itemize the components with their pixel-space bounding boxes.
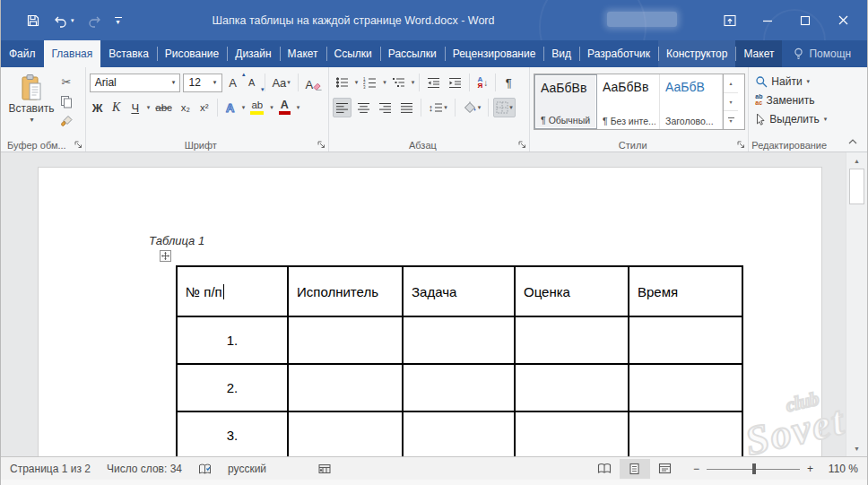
select-button[interactable]: Выделить ▾ <box>752 109 832 128</box>
zoom-in-button[interactable]: + <box>807 463 813 475</box>
web-layout-icon[interactable] <box>650 459 681 479</box>
align-right-button[interactable] <box>376 98 395 117</box>
table-header-cell[interactable]: № п/п <box>177 266 288 316</box>
change-case-button[interactable]: Aa▾ <box>270 73 293 92</box>
clear-formatting-button[interactable]: А <box>303 73 326 92</box>
tab-mailings[interactable]: Рассылки <box>380 40 445 67</box>
multilevel-dropdown-icon[interactable]: ▾ <box>412 79 415 86</box>
bold-button[interactable]: Ж <box>90 98 106 117</box>
zoom-out-button[interactable]: − <box>693 463 699 475</box>
language-indicator[interactable]: русский <box>228 463 266 475</box>
clipboard-dialog-launcher-icon[interactable] <box>74 141 82 149</box>
shrink-font-button[interactable]: А▾ <box>244 73 260 92</box>
align-left-button[interactable] <box>333 98 352 117</box>
zoom-slider-thumb[interactable] <box>752 463 756 474</box>
customize-qat-button[interactable]: ▾ <box>115 17 122 24</box>
numbering-icon[interactable]: 123 <box>360 73 379 92</box>
cut-icon[interactable]: ✂ <box>58 75 74 89</box>
font-size-dropdown-icon[interactable]: ▾ <box>209 74 221 91</box>
save-icon[interactable] <box>26 13 40 28</box>
table-header-cell[interactable]: Оценка <box>515 266 629 316</box>
multilevel-list-icon[interactable] <box>389 73 408 92</box>
table-cell[interactable] <box>515 411 629 456</box>
table-cell[interactable] <box>288 411 403 456</box>
proofing-icon[interactable] <box>198 463 212 475</box>
tab-insert[interactable]: Вставка <box>100 40 157 67</box>
font-color-button[interactable]: А <box>276 98 293 117</box>
table-cell[interactable]: 3. <box>177 411 288 456</box>
line-spacing-button[interactable]: ↕▾ <box>426 98 450 117</box>
style-heading1[interactable]: АаБбВ Заголово... <box>660 74 723 129</box>
ribbon-display-options-button[interactable] <box>711 0 749 40</box>
tab-table-design[interactable]: Конструктор <box>658 40 735 67</box>
scrollbar-down-icon[interactable]: ▼ <box>846 441 867 455</box>
tab-draw[interactable]: Рисование <box>157 40 227 67</box>
font-family-combobox[interactable]: Arial ▾ <box>90 74 181 92</box>
tab-home[interactable]: Главная <box>44 40 101 67</box>
table-caption[interactable]: Таблица 1 <box>149 234 204 247</box>
table-header-cell[interactable]: Время <box>629 266 742 316</box>
numbering-dropdown-icon[interactable]: ▾ <box>383 79 386 86</box>
table-header-cell[interactable]: Задача <box>403 266 515 316</box>
replace-button[interactable]: abac Заменить <box>752 91 832 109</box>
table-cell[interactable] <box>288 364 403 411</box>
tab-references[interactable]: Ссылки <box>326 40 380 67</box>
increase-indent-icon[interactable] <box>446 73 464 92</box>
scrollbar-up-icon[interactable]: ▲ <box>846 153 867 168</box>
borders-button[interactable]: ▾ <box>493 98 516 117</box>
macro-record-icon[interactable] <box>318 463 331 474</box>
select-dropdown-icon[interactable]: ▾ <box>824 116 828 123</box>
tab-developer[interactable]: Разработчик <box>579 40 658 67</box>
decrease-indent-icon[interactable] <box>424 73 443 92</box>
text-effects-dropdown-icon[interactable]: ▾ <box>242 104 246 111</box>
table-cell[interactable] <box>629 316 742 364</box>
share-icon[interactable] <box>858 40 868 67</box>
tab-review[interactable]: Рецензирование <box>445 40 544 67</box>
find-dropdown-icon[interactable]: ▾ <box>807 78 811 85</box>
find-button[interactable]: Найти ▾ <box>752 72 832 91</box>
subscript-button[interactable]: x₂ <box>178 98 194 117</box>
table-cell[interactable] <box>629 364 742 411</box>
undo-dropdown-icon[interactable]: ▾ <box>71 17 74 24</box>
grow-font-button[interactable]: А▴ <box>225 73 241 92</box>
format-painter-icon[interactable] <box>58 115 74 128</box>
align-center-button[interactable] <box>354 98 373 117</box>
table-cell[interactable]: 2. <box>177 364 288 411</box>
vertical-scrollbar[interactable]: ▲ ▼ <box>846 152 867 456</box>
show-paragraph-marks-button[interactable]: ¶ <box>500 73 516 92</box>
text-effects-button[interactable]: А <box>222 98 239 117</box>
table-cell[interactable] <box>515 316 629 364</box>
table-cell[interactable] <box>403 411 515 456</box>
styles-scroll-down-icon[interactable]: ▾ <box>724 93 738 112</box>
collapse-ribbon-icon[interactable] <box>847 137 858 146</box>
styles-more-icon[interactable]: ▾ <box>724 111 738 129</box>
tab-table-layout[interactable]: Макет <box>735 40 782 67</box>
table-header-cell[interactable]: Исполнитель <box>288 266 403 316</box>
bullets-icon[interactable] <box>333 73 352 92</box>
redo-icon[interactable] <box>87 13 102 28</box>
table-cell[interactable] <box>288 316 403 364</box>
tab-file[interactable]: Файл <box>1 40 44 67</box>
print-layout-icon[interactable] <box>620 459 650 479</box>
tab-layout[interactable]: Макет <box>280 40 326 67</box>
sort-button[interactable]: АЯ↓ <box>474 73 490 92</box>
font-family-dropdown-icon[interactable]: ▾ <box>167 74 179 91</box>
paste-button[interactable]: Вставить ▾ <box>8 74 55 124</box>
table-move-handle[interactable] <box>160 250 171 262</box>
minimize-button[interactable] <box>749 0 786 40</box>
strikethrough-button[interactable]: abc <box>152 98 175 117</box>
copy-icon[interactable] <box>58 95 74 108</box>
italic-button[interactable]: К <box>108 98 125 117</box>
scrollbar-thumb[interactable] <box>849 169 864 204</box>
style-no-spacing[interactable]: АаБбВв ¶ Без инте... <box>597 74 660 129</box>
shading-bucket-icon[interactable]: ▾ <box>460 98 484 117</box>
table-cell[interactable] <box>403 316 515 364</box>
maximize-button[interactable] <box>786 0 824 40</box>
tell-me-button[interactable]: Помощн <box>786 40 858 67</box>
style-normal[interactable]: АаБбВв ¶ Обычный <box>534 74 597 129</box>
close-button[interactable] <box>824 0 862 40</box>
tab-design[interactable]: Дизайн <box>227 40 279 67</box>
table-cell[interactable] <box>629 411 742 456</box>
underline-button[interactable]: Ч <box>127 98 143 117</box>
table-cell[interactable] <box>515 364 629 411</box>
